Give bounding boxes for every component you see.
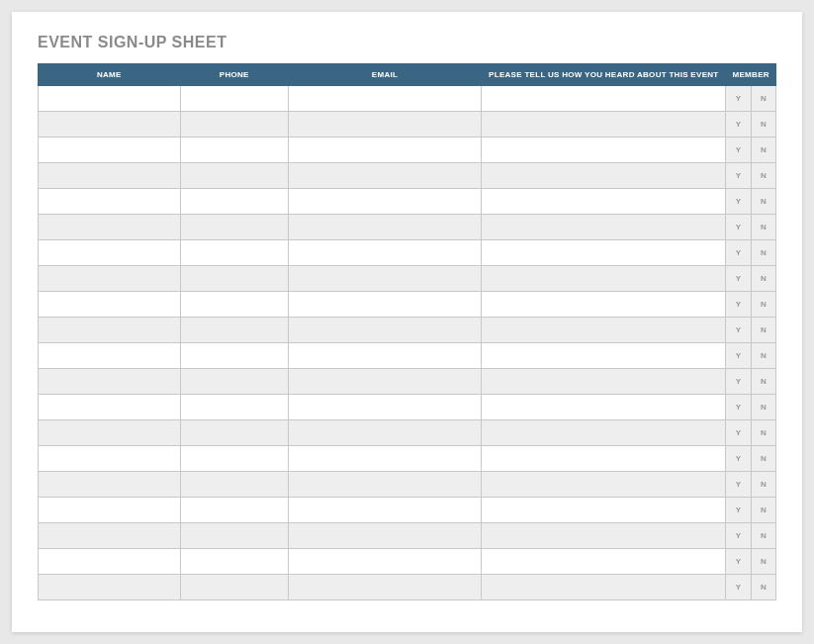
input-cell[interactable] [180, 215, 288, 240]
input-cell[interactable] [288, 420, 481, 446]
input-cell[interactable] [39, 523, 181, 549]
member-yes-cell[interactable]: Y [726, 549, 751, 575]
input-cell[interactable] [482, 395, 726, 420]
member-no-cell[interactable]: N [751, 215, 775, 240]
input-cell[interactable] [39, 420, 181, 446]
input-cell[interactable] [39, 369, 181, 395]
member-yes-cell[interactable]: Y [726, 189, 751, 215]
input-cell[interactable] [288, 189, 481, 215]
input-cell[interactable] [288, 549, 481, 575]
member-no-cell[interactable]: N [751, 498, 775, 523]
input-cell[interactable] [482, 498, 726, 523]
input-cell[interactable] [39, 86, 181, 112]
input-cell[interactable] [39, 112, 181, 138]
input-cell[interactable] [482, 420, 726, 446]
input-cell[interactable] [482, 112, 726, 138]
input-cell[interactable] [288, 292, 481, 318]
member-yes-cell[interactable]: Y [726, 266, 751, 292]
member-no-cell[interactable]: N [751, 369, 775, 395]
member-no-cell[interactable]: N [751, 163, 775, 189]
input-cell[interactable] [180, 343, 288, 369]
input-cell[interactable] [180, 86, 288, 112]
member-yes-cell[interactable]: Y [726, 112, 751, 138]
input-cell[interactable] [39, 318, 181, 343]
member-yes-cell[interactable]: Y [726, 138, 751, 163]
member-yes-cell[interactable]: Y [726, 369, 751, 395]
input-cell[interactable] [482, 86, 726, 112]
input-cell[interactable] [288, 395, 481, 420]
input-cell[interactable] [39, 395, 181, 420]
input-cell[interactable] [180, 163, 288, 189]
input-cell[interactable] [288, 240, 481, 266]
input-cell[interactable] [180, 369, 288, 395]
input-cell[interactable] [39, 138, 181, 163]
member-no-cell[interactable]: N [751, 472, 775, 498]
member-no-cell[interactable]: N [751, 395, 775, 420]
input-cell[interactable] [180, 472, 288, 498]
input-cell[interactable] [180, 395, 288, 420]
input-cell[interactable] [288, 575, 481, 600]
input-cell[interactable] [39, 472, 181, 498]
input-cell[interactable] [288, 138, 481, 163]
input-cell[interactable] [482, 163, 726, 189]
input-cell[interactable] [39, 343, 181, 369]
input-cell[interactable] [180, 498, 288, 523]
input-cell[interactable] [482, 240, 726, 266]
input-cell[interactable] [180, 138, 288, 163]
input-cell[interactable] [288, 112, 481, 138]
member-yes-cell[interactable]: Y [726, 446, 751, 472]
member-yes-cell[interactable]: Y [726, 343, 751, 369]
input-cell[interactable] [39, 292, 181, 318]
input-cell[interactable] [482, 138, 726, 163]
input-cell[interactable] [288, 472, 481, 498]
member-yes-cell[interactable]: Y [726, 86, 751, 112]
member-no-cell[interactable]: N [751, 112, 775, 138]
input-cell[interactable] [180, 112, 288, 138]
input-cell[interactable] [482, 189, 726, 215]
member-no-cell[interactable]: N [751, 420, 775, 446]
member-no-cell[interactable]: N [751, 318, 775, 343]
input-cell[interactable] [39, 215, 181, 240]
member-yes-cell[interactable]: Y [726, 575, 751, 600]
member-no-cell[interactable]: N [751, 523, 775, 549]
member-yes-cell[interactable]: Y [726, 163, 751, 189]
member-no-cell[interactable]: N [751, 86, 775, 112]
input-cell[interactable] [482, 318, 726, 343]
input-cell[interactable] [482, 215, 726, 240]
input-cell[interactable] [180, 292, 288, 318]
member-no-cell[interactable]: N [751, 189, 775, 215]
input-cell[interactable] [482, 446, 726, 472]
input-cell[interactable] [39, 240, 181, 266]
input-cell[interactable] [180, 523, 288, 549]
member-yes-cell[interactable]: Y [726, 420, 751, 446]
input-cell[interactable] [288, 163, 481, 189]
input-cell[interactable] [180, 189, 288, 215]
input-cell[interactable] [180, 420, 288, 446]
member-no-cell[interactable]: N [751, 138, 775, 163]
input-cell[interactable] [288, 266, 481, 292]
input-cell[interactable] [39, 549, 181, 575]
input-cell[interactable] [288, 343, 481, 369]
input-cell[interactable] [39, 446, 181, 472]
member-no-cell[interactable]: N [751, 266, 775, 292]
input-cell[interactable] [180, 318, 288, 343]
member-yes-cell[interactable]: Y [726, 523, 751, 549]
input-cell[interactable] [288, 369, 481, 395]
input-cell[interactable] [288, 215, 481, 240]
input-cell[interactable] [180, 575, 288, 600]
input-cell[interactable] [39, 575, 181, 600]
input-cell[interactable] [180, 446, 288, 472]
input-cell[interactable] [482, 266, 726, 292]
input-cell[interactable] [288, 318, 481, 343]
member-yes-cell[interactable]: Y [726, 318, 751, 343]
member-no-cell[interactable]: N [751, 549, 775, 575]
member-yes-cell[interactable]: Y [726, 395, 751, 420]
input-cell[interactable] [39, 163, 181, 189]
input-cell[interactable] [482, 472, 726, 498]
input-cell[interactable] [180, 549, 288, 575]
member-no-cell[interactable]: N [751, 292, 775, 318]
input-cell[interactable] [482, 523, 726, 549]
input-cell[interactable] [482, 343, 726, 369]
input-cell[interactable] [39, 266, 181, 292]
member-yes-cell[interactable]: Y [726, 292, 751, 318]
